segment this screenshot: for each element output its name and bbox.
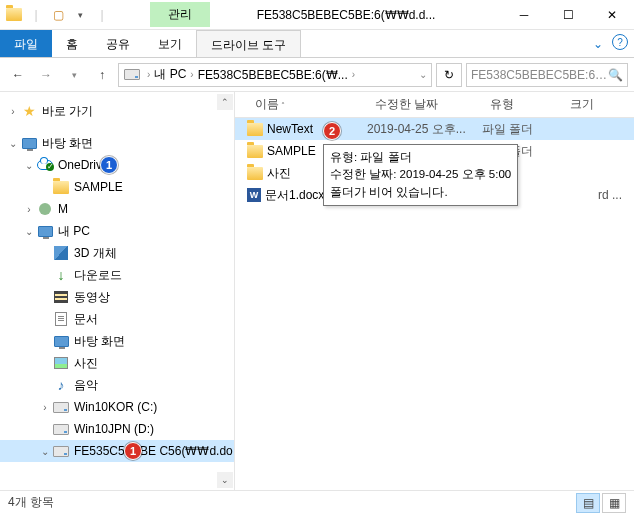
forward-button[interactable]: → <box>34 63 58 87</box>
up-button[interactable]: ↑ <box>90 63 114 87</box>
folder-icon <box>247 123 263 136</box>
details-view-button[interactable]: ▤ <box>576 493 600 513</box>
qat-divider: | <box>28 7 44 23</box>
tab-drive-tools[interactable]: 드라이브 도구 <box>196 30 301 57</box>
large-icons-view-button[interactable]: ▦ <box>602 493 626 513</box>
search-box[interactable]: FE538C5BEBEC5BE:6(₩₩... 🔍 <box>466 63 628 87</box>
column-headers: 이름˄ 수정한 날짜 유형 크기 <box>235 92 634 118</box>
chevron-down-icon[interactable]: ⌄ <box>22 226 36 237</box>
expand-ribbon-icon[interactable]: ⌄ <box>588 34 608 54</box>
tree-documents[interactable]: 문서 <box>0 308 234 330</box>
tab-share[interactable]: 공유 <box>92 30 144 57</box>
tree-downloads[interactable]: ↓다운로드 <box>0 264 234 286</box>
chevron-right-icon[interactable]: › <box>352 69 355 80</box>
chevron-right-icon[interactable]: › <box>22 204 36 215</box>
search-icon: 🔍 <box>608 68 623 82</box>
address-bar: ← → ▾ ↑ › 내 PC › FE538C5BEBEC5BE:6(₩... … <box>0 58 634 92</box>
tree-onedrive[interactable]: ⌄ OneDrive 1 <box>0 154 234 176</box>
tree-videos[interactable]: 동영상 <box>0 286 234 308</box>
column-type[interactable]: 유형 <box>482 96 562 113</box>
address-dropdown-icon[interactable]: ⌄ <box>419 69 427 80</box>
picture-icon <box>52 354 70 372</box>
column-date[interactable]: 수정한 날짜 <box>367 96 482 113</box>
file-type: 파일 폴더 <box>482 121 562 138</box>
tree-sample[interactable]: SAMPLE <box>0 176 234 198</box>
column-size[interactable]: 크기 <box>562 96 634 113</box>
annotation-3: 2 <box>323 122 341 140</box>
download-icon: ↓ <box>52 266 70 284</box>
chevron-right-icon[interactable]: › <box>147 69 150 80</box>
title-bar: | ▢ ▾ | 관리 FE538C5BEBEC5BE:6(₩₩d.d... ─ … <box>0 0 634 30</box>
breadcrumb-mypc[interactable]: 내 PC <box>152 66 188 83</box>
tree-desktop-root[interactable]: ⌄ 바탕 화면 <box>0 132 234 154</box>
column-name[interactable]: 이름˄ <box>247 96 367 113</box>
cube-icon <box>52 244 70 262</box>
qat-divider-2: | <box>94 7 110 23</box>
drive-icon <box>123 66 141 84</box>
tree-desktop[interactable]: 바탕 화면 <box>0 330 234 352</box>
close-button[interactable]: ✕ <box>590 0 634 30</box>
contextual-tab-label: 관리 <box>150 2 210 27</box>
tree-user-m[interactable]: › M <box>0 198 234 220</box>
folder-icon <box>247 167 263 180</box>
chevron-right-icon[interactable]: › <box>38 402 52 413</box>
tree-drive-d[interactable]: Win10JPN (D:) <box>0 418 234 440</box>
word-icon: W <box>247 188 261 202</box>
file-name: NewText <box>267 122 313 136</box>
tab-file[interactable]: 파일 <box>0 30 52 57</box>
back-button[interactable]: ← <box>6 63 30 87</box>
refresh-button[interactable]: ↻ <box>436 63 462 87</box>
chevron-down-icon[interactable]: ⌄ <box>6 138 20 149</box>
file-name: 문서1.docx <box>265 187 324 204</box>
tree-music[interactable]: ♪음악 <box>0 374 234 396</box>
tree-3d[interactable]: 3D 개체 <box>0 242 234 264</box>
tooltip: 유형: 파일 폴더 수정한 날짜: 2019-04-25 오후 5:00 폴더가… <box>323 144 518 206</box>
item-count: 4개 항목 <box>8 494 54 511</box>
tree-drive-e[interactable]: ⌄ FE535C5C5BE C56(₩₩d.do 1 <box>0 440 234 462</box>
content-pane: 이름˄ 수정한 날짜 유형 크기 NewText2019-04-25 오후...… <box>235 92 634 490</box>
qat-dropdown-icon[interactable]: ▾ <box>72 7 88 23</box>
breadcrumb[interactable]: › 내 PC › FE538C5BEBEC5BE:6(₩... › ⌄ <box>118 63 432 87</box>
window-title: FE538C5BEBEC5BE:6(₩₩d.d... <box>210 8 502 22</box>
tree-drive-c[interactable]: ›Win10KOR (C:) <box>0 396 234 418</box>
chevron-right-icon[interactable]: › <box>6 106 20 117</box>
pc-icon <box>36 222 54 240</box>
star-icon: ★ <box>20 102 38 120</box>
maximize-button[interactable]: ☐ <box>546 0 590 30</box>
file-date: 2019-04-25 오후... <box>367 121 482 138</box>
status-bar: 4개 항목 ▤ ▦ <box>0 490 634 514</box>
user-icon <box>36 200 54 218</box>
drive-icon <box>52 398 70 416</box>
music-icon: ♪ <box>52 376 70 394</box>
drive-icon <box>52 420 70 438</box>
tree-mypc[interactable]: ⌄ 내 PC <box>0 220 234 242</box>
chevron-down-icon[interactable]: ⌄ <box>22 160 36 171</box>
breadcrumb-current[interactable]: FE538C5BEBEC5BE:6(₩... <box>196 68 350 82</box>
video-icon <box>52 288 70 306</box>
sort-asc-icon: ˄ <box>281 101 285 110</box>
search-placeholder: FE538C5BEBEC5BE:6(₩₩... <box>471 68 608 82</box>
file-row[interactable]: NewText2019-04-25 오후...파일 폴더 <box>235 118 634 140</box>
file-name: 사진 <box>267 165 291 182</box>
scroll-up-button[interactable]: ⌃ <box>217 94 233 110</box>
annotation-2: 1 <box>124 442 142 460</box>
tree-quick-access[interactable]: › ★ 바로 가기 <box>0 100 234 122</box>
annotation-1: 1 <box>100 156 118 174</box>
properties-icon[interactable]: ▢ <box>50 7 66 23</box>
scroll-down-button[interactable]: ⌄ <box>217 472 233 488</box>
file-name: SAMPLE <box>267 144 316 158</box>
folder-icon <box>6 7 22 23</box>
tab-home[interactable]: 홈 <box>52 30 92 57</box>
tree-pictures[interactable]: 사진 <box>0 352 234 374</box>
recent-dropdown[interactable]: ▾ <box>62 63 86 87</box>
chevron-down-icon[interactable]: ⌄ <box>38 446 52 457</box>
help-icon[interactable]: ? <box>612 34 628 50</box>
ribbon-tabs: 파일 홈 공유 보기 드라이브 도구 ⌄ ? <box>0 30 634 58</box>
onedrive-icon <box>36 156 54 174</box>
folder-icon <box>247 145 263 158</box>
tab-view[interactable]: 보기 <box>144 30 196 57</box>
folder-icon <box>52 178 70 196</box>
navigation-pane: ⌃ › ★ 바로 가기 ⌄ 바탕 화면 ⌄ OneDrive 1 SAMPLE … <box>0 92 235 490</box>
chevron-right-icon[interactable]: › <box>190 69 193 80</box>
minimize-button[interactable]: ─ <box>502 0 546 30</box>
